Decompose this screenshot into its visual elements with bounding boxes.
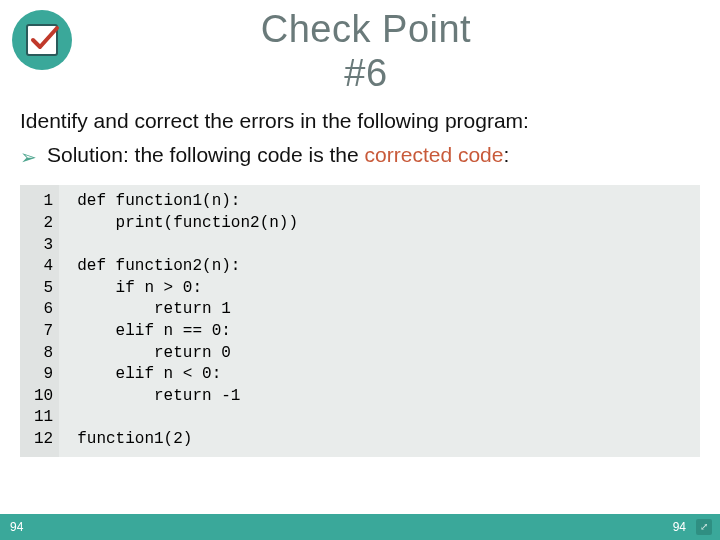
title-line1: Check Point [261,8,471,50]
code-block: 1 2 3 4 5 6 7 8 9 10 11 12 def function1… [20,185,700,456]
code-line-numbers: 1 2 3 4 5 6 7 8 9 10 11 12 [20,185,59,456]
footer-page-left: 94 [10,520,23,534]
title-text: Check Point #6 [72,8,660,95]
checkbox-icon [12,10,72,70]
solution-line: ➢ Solution: the following code is the co… [0,139,720,181]
solution-prefix: Solution: the following code is the [47,143,359,166]
solution-text: Solution: the following code is the corr… [47,143,509,167]
footer-bar: 94 94 [0,514,720,540]
footer-page-right: 94 [673,520,686,534]
expand-icon[interactable]: ⤢ [696,519,712,535]
header: Check Point #6 [0,0,720,95]
slide: Check Point #6 Identify and correct the … [0,0,720,540]
code-source: def function1(n): print(function2(n)) de… [59,185,308,456]
chevron-bullet-icon: ➢ [20,143,37,171]
title: Check Point #6 [72,8,720,95]
solution-suffix: : [503,143,509,166]
question-text: Identify and correct the errors in the f… [0,95,720,139]
solution-highlight: corrected code [365,143,504,166]
title-line2: #6 [344,52,387,94]
